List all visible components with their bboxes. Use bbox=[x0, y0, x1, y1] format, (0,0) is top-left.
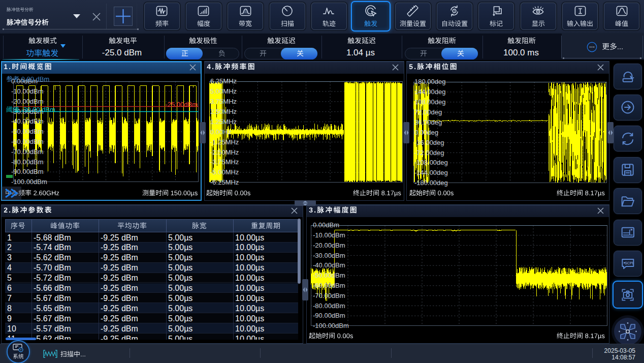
svg-text:SCPI: SCPI bbox=[625, 261, 633, 265]
